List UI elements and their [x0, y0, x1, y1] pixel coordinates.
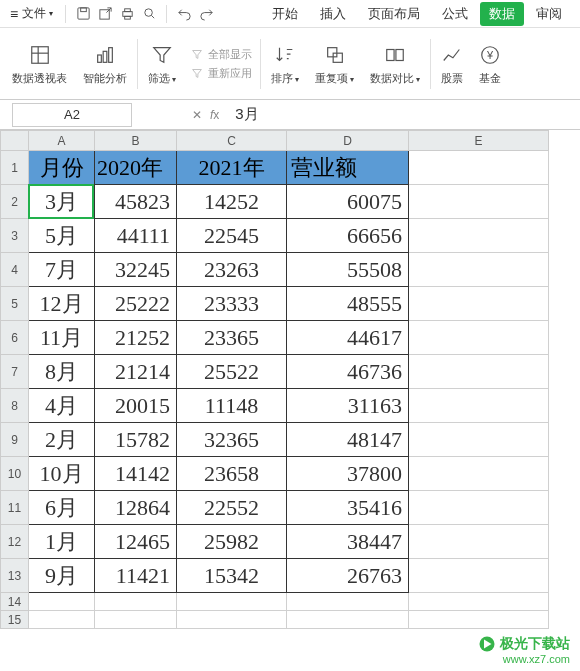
cell[interactable] — [409, 287, 549, 321]
row-header[interactable]: 6 — [1, 321, 29, 355]
cell[interactable] — [409, 525, 549, 559]
row-header[interactable]: 8 — [1, 389, 29, 423]
compare-button[interactable]: 数据对比▾ — [362, 28, 428, 99]
cell[interactable]: 44111 — [95, 219, 177, 253]
cell[interactable]: 44617 — [287, 321, 409, 355]
cell[interactable]: 12465 — [95, 525, 177, 559]
filter-button[interactable]: 筛选▾ — [140, 28, 184, 99]
save-button[interactable] — [72, 3, 94, 25]
show-all-button[interactable]: 全部显示 — [190, 47, 252, 62]
row-header[interactable]: 7 — [1, 355, 29, 389]
cell[interactable]: 22545 — [177, 219, 287, 253]
dedup-button[interactable]: 重复项▾ — [307, 28, 362, 99]
print-button[interactable] — [116, 3, 138, 25]
cell[interactable]: 32365 — [177, 423, 287, 457]
cell[interactable] — [29, 611, 95, 629]
cell[interactable] — [177, 611, 287, 629]
sort-button[interactable]: 排序▾ — [263, 28, 307, 99]
cancel-icon[interactable]: ✕ — [192, 108, 202, 122]
tab-review[interactable]: 审阅 — [526, 1, 572, 27]
cell[interactable] — [29, 593, 95, 611]
cell[interactable]: 26763 — [287, 559, 409, 593]
file-menu[interactable]: 文件 ▾ — [4, 3, 59, 25]
cell[interactable]: 46736 — [287, 355, 409, 389]
row-header[interactable]: 5 — [1, 287, 29, 321]
cell[interactable]: 48555 — [287, 287, 409, 321]
undo-button[interactable] — [173, 3, 195, 25]
row-header[interactable]: 15 — [1, 611, 29, 629]
cell[interactable]: 21214 — [95, 355, 177, 389]
cell[interactable]: 48147 — [287, 423, 409, 457]
tab-layout[interactable]: 页面布局 — [358, 1, 430, 27]
cell[interactable]: 月份 — [29, 151, 95, 185]
cell[interactable] — [409, 423, 549, 457]
row-header[interactable]: 13 — [1, 559, 29, 593]
cell[interactable]: 55508 — [287, 253, 409, 287]
cell[interactable]: 22552 — [177, 491, 287, 525]
cell[interactable]: 38447 — [287, 525, 409, 559]
spreadsheet-grid[interactable]: A B C D E 1 月份 2020年 2021年 营业额 23月458231… — [0, 130, 580, 629]
row-header[interactable]: 3 — [1, 219, 29, 253]
cell[interactable]: 4月 — [29, 389, 95, 423]
cell[interactable]: 11421 — [95, 559, 177, 593]
pivot-table-button[interactable]: 数据透视表 — [4, 28, 75, 99]
cell[interactable]: 25982 — [177, 525, 287, 559]
stock-button[interactable]: 股票 — [433, 28, 471, 99]
cell[interactable]: 6月 — [29, 491, 95, 525]
cell[interactable] — [409, 559, 549, 593]
reapply-button[interactable]: 重新应用 — [190, 66, 252, 81]
cell[interactable]: 2021年 — [177, 151, 287, 185]
cell[interactable]: 20015 — [95, 389, 177, 423]
cell[interactable] — [409, 321, 549, 355]
row-header[interactable]: 14 — [1, 593, 29, 611]
cell[interactable]: 23333 — [177, 287, 287, 321]
cell[interactable] — [95, 611, 177, 629]
cell[interactable]: 2020年 — [95, 151, 177, 185]
cell[interactable] — [409, 253, 549, 287]
fx-icon[interactable]: fx — [210, 108, 219, 122]
cell[interactable]: 7月 — [29, 253, 95, 287]
cell[interactable]: 31163 — [287, 389, 409, 423]
col-header-c[interactable]: C — [177, 131, 287, 151]
cell[interactable]: 3月 — [29, 185, 95, 219]
cell[interactable]: 9月 — [29, 559, 95, 593]
col-header-e[interactable]: E — [409, 131, 549, 151]
cell[interactable]: 11148 — [177, 389, 287, 423]
tab-insert[interactable]: 插入 — [310, 1, 356, 27]
smart-analysis-button[interactable]: 智能分析 — [75, 28, 135, 99]
tab-home[interactable]: 开始 — [262, 1, 308, 27]
row-header[interactable]: 10 — [1, 457, 29, 491]
cell[interactable]: 8月 — [29, 355, 95, 389]
cell[interactable] — [409, 593, 549, 611]
cell-reference-input[interactable]: A2 — [12, 103, 132, 127]
export-button[interactable] — [94, 3, 116, 25]
cell[interactable] — [409, 185, 549, 219]
select-all-corner[interactable] — [1, 131, 29, 151]
cell[interactable]: 66656 — [287, 219, 409, 253]
cell[interactable]: 14142 — [95, 457, 177, 491]
redo-button[interactable] — [195, 3, 217, 25]
preview-button[interactable] — [138, 3, 160, 25]
cell[interactable]: 23658 — [177, 457, 287, 491]
cell[interactable]: 23263 — [177, 253, 287, 287]
cell[interactable]: 37800 — [287, 457, 409, 491]
cell[interactable] — [177, 593, 287, 611]
cell[interactable] — [409, 151, 549, 185]
cell[interactable]: 32245 — [95, 253, 177, 287]
cell[interactable]: 10月 — [29, 457, 95, 491]
tab-data[interactable]: 数据 — [480, 2, 524, 26]
cell[interactable]: 25222 — [95, 287, 177, 321]
cell[interactable] — [95, 593, 177, 611]
cell[interactable]: 23365 — [177, 321, 287, 355]
formula-input[interactable]: 3月 — [227, 105, 258, 124]
row-header[interactable]: 1 — [1, 151, 29, 185]
cell[interactable] — [409, 491, 549, 525]
cell[interactable]: 15342 — [177, 559, 287, 593]
row-header[interactable]: 12 — [1, 525, 29, 559]
cell[interactable]: 14252 — [177, 185, 287, 219]
cell[interactable]: 25522 — [177, 355, 287, 389]
cell[interactable] — [409, 611, 549, 629]
cell[interactable]: 1月 — [29, 525, 95, 559]
cell[interactable] — [409, 389, 549, 423]
cell[interactable]: 12864 — [95, 491, 177, 525]
